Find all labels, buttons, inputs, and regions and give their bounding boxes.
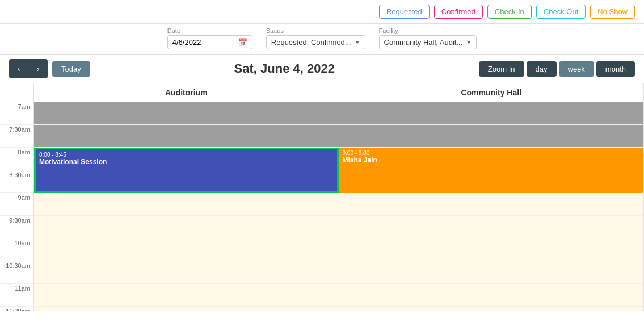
day-view-button[interactable]: day bbox=[527, 61, 557, 77]
date-input[interactable] bbox=[172, 38, 235, 47]
prev-button[interactable]: ‹ bbox=[9, 59, 28, 78]
facility-chevron-icon: ▼ bbox=[466, 39, 472, 45]
facility-filter-group: Facility Community Hall, Audit... ▼ bbox=[379, 27, 477, 49]
status-filter-select[interactable]: Requested, Confirmed... ▼ bbox=[266, 35, 365, 49]
ch-slot-0 bbox=[339, 102, 644, 125]
misha-jain-event[interactable]: 9:00 - 9:00 Misha Jain bbox=[339, 148, 644, 193]
status-filter-label: Status bbox=[266, 27, 365, 34]
filter-row: Date 📅 Status Requested, Confirmed... ▼ … bbox=[0, 24, 644, 55]
noshow-button[interactable]: No Show bbox=[590, 5, 635, 19]
time-slot-9am: 9am bbox=[0, 193, 33, 216]
time-slot-830am: 8:30am bbox=[0, 170, 33, 193]
aud-slot-8 bbox=[34, 284, 339, 307]
aud-slot-5 bbox=[34, 216, 339, 238]
view-buttons: Zoom In day week month bbox=[479, 61, 635, 77]
status-chevron-icon: ▼ bbox=[355, 39, 360, 45]
ch-event-title: Misha Jain bbox=[343, 156, 641, 164]
checkin-button[interactable]: Check-In bbox=[487, 5, 532, 19]
ch-slot-9 bbox=[339, 307, 644, 311]
time-slot-7am: 7am bbox=[0, 102, 33, 125]
facility-filter-value: Community Hall, Audit... bbox=[384, 38, 463, 47]
column-headers: Auditorium Community Hall bbox=[0, 83, 644, 102]
aud-slot-1 bbox=[34, 125, 339, 148]
month-view-button[interactable]: month bbox=[596, 61, 635, 77]
auditorium-header: Auditorium bbox=[34, 83, 339, 102]
ch-slot-6 bbox=[339, 238, 644, 261]
status-bar: Requested Confirmed Check-In Check Out N… bbox=[0, 0, 644, 24]
time-slot-930am: 9:30am bbox=[0, 216, 33, 238]
time-slot-730am: 7:30am bbox=[0, 125, 33, 148]
nav-buttons: ‹ › bbox=[9, 59, 48, 78]
confirmed-button[interactable]: Confirmed bbox=[434, 5, 483, 19]
week-view-button[interactable]: week bbox=[559, 61, 594, 77]
facility-filter-select[interactable]: Community Hall, Audit... ▼ bbox=[379, 35, 477, 49]
time-slot-10am: 10am bbox=[0, 238, 33, 261]
auditorium-column: 8:00 - 8:45 Motivational Session bbox=[34, 102, 339, 311]
event-title: Motivational Session bbox=[39, 158, 334, 166]
community-hall-column: 9:00 - 9:00 Misha Jain bbox=[339, 102, 645, 311]
ch-event-time: 9:00 - 9:00 bbox=[343, 150, 641, 156]
time-slot-11am: 11am bbox=[0, 284, 33, 307]
time-slot-1030am: 10:30am bbox=[0, 261, 33, 284]
motivational-session-event[interactable]: 8:00 - 8:45 Motivational Session bbox=[34, 148, 339, 193]
aud-slot-0 bbox=[34, 102, 339, 125]
date-label: Date bbox=[167, 27, 252, 34]
event-time: 8:00 - 8:45 bbox=[39, 152, 334, 158]
aud-slot-7 bbox=[34, 261, 339, 284]
next-button[interactable]: › bbox=[28, 59, 48, 78]
today-button[interactable]: Today bbox=[52, 61, 90, 77]
aud-slot-4 bbox=[34, 193, 339, 216]
requested-button[interactable]: Requested bbox=[379, 5, 430, 19]
facility-label: Facility bbox=[379, 27, 477, 34]
calendar-grid: Auditorium Community Hall 7am 7:30am 8am… bbox=[0, 83, 644, 311]
calendar-icon: 📅 bbox=[238, 38, 247, 47]
zoom-in-button[interactable]: Zoom In bbox=[479, 61, 524, 77]
ch-slot-4 bbox=[339, 193, 644, 216]
ch-slot-1 bbox=[339, 125, 644, 148]
calendar-body: 7am 7:30am 8am 8:30am 9am 9:30am 10am 10… bbox=[0, 102, 644, 311]
time-gutter-header bbox=[0, 83, 34, 102]
date-filter-group: Date 📅 bbox=[167, 27, 252, 49]
ch-slot-8 bbox=[339, 284, 644, 307]
ch-slot-7 bbox=[339, 261, 644, 284]
status-filter-group: Status Requested, Confirmed... ▼ bbox=[266, 27, 365, 49]
checkout-button[interactable]: Check Out bbox=[536, 5, 586, 19]
aud-slot-9 bbox=[34, 307, 339, 311]
calendar-title: Sat, June 4, 2022 bbox=[90, 61, 479, 76]
date-input-wrap[interactable]: 📅 bbox=[167, 35, 252, 49]
aud-slot-6 bbox=[34, 238, 339, 261]
time-slot-8am: 8am bbox=[0, 148, 33, 170]
status-filter-value: Requested, Confirmed... bbox=[271, 38, 351, 47]
community-hall-header: Community Hall bbox=[339, 83, 645, 102]
ch-slot-5 bbox=[339, 216, 644, 238]
time-column: 7am 7:30am 8am 8:30am 9am 9:30am 10am 10… bbox=[0, 102, 34, 311]
calendar-header: ‹ › Today Sat, June 4, 2022 Zoom In day … bbox=[0, 55, 644, 83]
time-slot-1130am: 11:30am bbox=[0, 307, 33, 311]
